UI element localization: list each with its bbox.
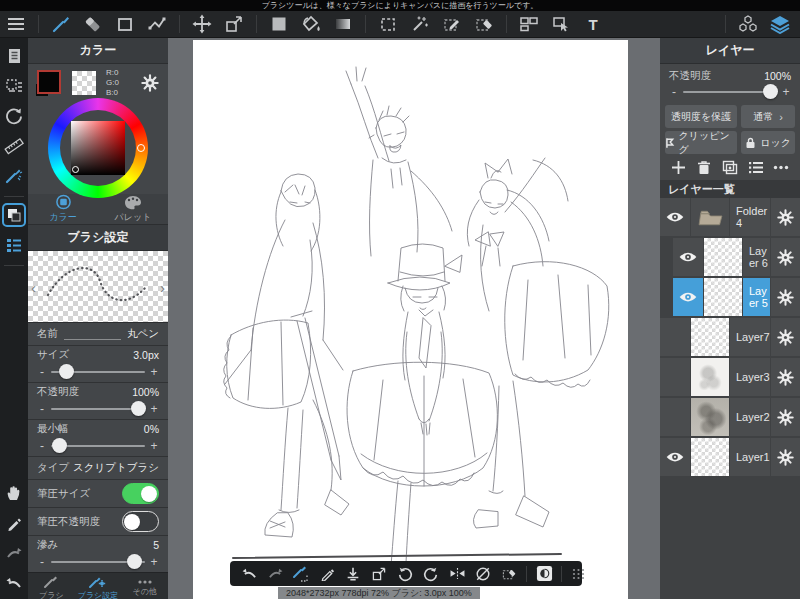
layer-visibility-eye-icon[interactable] [660,398,690,436]
pressure-opacity-toggle[interactable] [122,511,159,532]
layer-settings-gear-icon[interactable] [771,198,800,236]
redo-icon[interactable] [265,564,285,584]
rotate-reset-icon[interactable] [473,564,493,584]
magic-wand-tool-icon[interactable] [409,13,431,35]
drag-handle-icon[interactable] [569,564,589,584]
protect-alpha-button[interactable]: 透明度を保護 [665,105,737,128]
fill-rect-tool-icon[interactable] [268,13,290,35]
layer-settings-gear-icon[interactable] [771,278,800,316]
brush-next-arrow[interactable]: › [160,278,165,295]
layer-opacity-slider[interactable]: - + [669,84,791,102]
tab-palette[interactable]: パレット [98,194,168,224]
select-eraser-tool-icon[interactable] [473,13,495,35]
undo-icon[interactable] [2,571,26,595]
layer-row-layer3[interactable]: Layer3 [660,358,800,396]
hand-tool-icon[interactable] [2,481,26,505]
brush-tool-icon[interactable] [50,13,72,35]
gradient-tool-icon[interactable] [332,13,354,35]
slider-handle[interactable] [763,84,778,99]
layer-row-layer7[interactable]: Layer7 [660,318,800,356]
hue-indicator[interactable] [137,144,145,152]
brush-snap-icon[interactable] [291,564,311,584]
layer-visibility-eye-icon[interactable] [660,318,690,356]
plus-button[interactable]: + [149,439,159,453]
eraser-tool-icon[interactable] [82,13,104,35]
sv-indicator[interactable] [72,166,79,173]
layer-row-layer-5[interactable]: Layer 5 [673,278,800,316]
color-panel-icon[interactable] [2,203,26,227]
more-options-icon[interactable] [770,157,792,177]
move-tool-icon[interactable] [191,13,213,35]
layer-visibility-eye-icon[interactable] [660,438,690,476]
layer-list-view-icon[interactable] [745,157,767,177]
save-icon[interactable] [343,564,363,584]
canvas-page[interactable] [193,40,628,599]
slider-handle[interactable] [59,364,74,379]
tab-color[interactable]: カラー [28,194,98,224]
plus-button[interactable]: + [149,365,159,379]
rotate-canvas-icon[interactable] [2,104,26,128]
shape-tool-icon[interactable] [114,13,136,35]
pressure-size-toggle[interactable] [122,483,159,504]
tab-brush-settings[interactable]: ブラシ設定 [75,573,122,599]
material-list-icon[interactable] [2,233,26,257]
layer-settings-gear-icon[interactable] [771,438,800,476]
pages-icon[interactable] [2,44,26,68]
minus-button[interactable]: - [37,555,47,569]
pen-tool-icon[interactable] [2,511,26,535]
undo-icon[interactable] [239,564,259,584]
layer-visibility-eye-icon[interactable] [660,198,690,236]
layer-row-folder-4[interactable]: Folder 4 [660,198,800,236]
layer-row-layer1[interactable]: Layer1 [660,438,800,476]
blend-mode-button[interactable]: 通常 › [741,105,795,128]
flip-horizontal-icon[interactable] [447,564,467,584]
rotate-cw-icon[interactable] [421,564,441,584]
slider-handle[interactable] [131,401,146,416]
airbrush-icon[interactable] [2,164,26,188]
pen-icon[interactable] [317,564,337,584]
layer-visibility-eye-icon[interactable] [660,358,690,396]
layer-settings-gear-icon[interactable] [771,358,800,396]
layer-row-layer-6[interactable]: Layer 6 [673,238,800,276]
transparent-color-swatch[interactable] [72,71,96,95]
canvas-area[interactable]: 2048*2732px 778dpi 72% ブラシ: 3.0px 100% [168,38,660,599]
slider-handle[interactable] [52,438,67,453]
transform-icon[interactable] [369,564,389,584]
foreground-color-swatch[interactable] [36,70,62,96]
tab-other[interactable]: その他 [121,573,168,599]
plus-button[interactable]: + [781,85,791,99]
lock-button[interactable]: ロック [741,131,795,154]
layer-visibility-eye-icon[interactable] [673,278,703,316]
menu-icon[interactable] [5,13,27,35]
layer-settings-gear-icon[interactable] [771,238,800,276]
rotate-ccw-icon[interactable] [395,564,415,584]
layer-settings-gear-icon[interactable] [771,398,800,436]
polyline-tool-icon[interactable] [146,13,168,35]
marquee-select-tool-icon[interactable] [377,13,399,35]
brush-prev-arrow[interactable]: ‹ [31,278,36,295]
ruler-icon[interactable] [2,134,26,158]
select-pen-tool-icon[interactable] [441,13,463,35]
color-wheel[interactable] [48,98,148,198]
bleed-slider[interactable]: - + [37,554,159,572]
brush-opacity-slider[interactable]: - + [37,401,159,419]
brush-name-field[interactable] [64,328,121,340]
redo-icon[interactable] [2,541,26,565]
layers-panel-icon[interactable] [769,13,791,35]
brush-type-control[interactable]: タイプ スクリプトブラシ [28,457,168,480]
plus-button[interactable]: + [149,555,159,569]
clipping-button[interactable]: クリッピング [665,131,737,154]
layer-visibility-eye-icon[interactable] [673,238,703,276]
color-settings-gear-icon[interactable] [140,73,160,93]
minus-button[interactable]: - [37,402,47,416]
select-expand-icon[interactable] [2,74,26,98]
plus-button[interactable]: + [149,402,159,416]
split-view-icon[interactable] [518,13,540,35]
minus-button[interactable]: - [669,85,679,99]
brush-size-slider[interactable]: - + [37,364,159,382]
deselect-icon[interactable] [499,564,519,584]
duplicate-layer-icon[interactable] [719,157,741,177]
brush-minwidth-slider[interactable]: - + [37,438,159,456]
saturation-value-square[interactable] [71,121,125,175]
transform-tool-icon[interactable] [223,13,245,35]
